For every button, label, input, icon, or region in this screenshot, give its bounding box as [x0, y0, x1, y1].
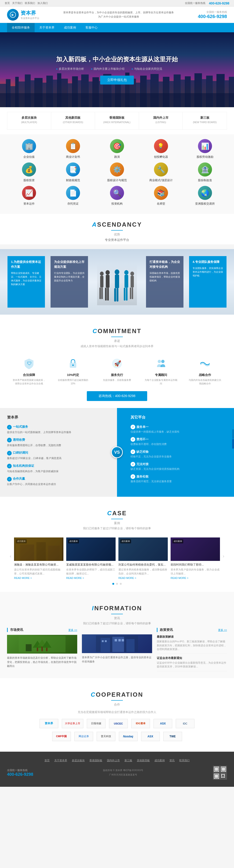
commitment-title-wrap: COMMITMENT 承诺 成就人资本市场规模性标准与一站式服务两者同步达到本界 [7, 322, 227, 351]
info-building-img [82, 634, 152, 653]
footer-link-new3[interactable]: 新三板 [125, 759, 132, 762]
icon-item-equity-design[interactable]: ⚙️ 股权设计与规范 [105, 162, 129, 182]
case-next-button[interactable]: › [220, 547, 227, 565]
vs-x-icon-4: ✗ [131, 462, 135, 467]
icon-item-asia-exchange[interactable]: 🌏 亚洲股权交易所 [193, 186, 217, 206]
nav-item-about[interactable]: 关于资本界 [35, 23, 59, 32]
coop-logo-dahua: 大华证券上市 [62, 719, 83, 728]
case-prev-button[interactable]: ‹ [7, 547, 14, 565]
ascendancy-divider [111, 230, 123, 230]
topbar-link-contact[interactable]: 联系我们 [25, 1, 35, 5]
biz-model-label: 商业模式/顶层设计 [149, 178, 172, 182]
icon-item-bizplan[interactable]: 📋 商业计划书 [61, 139, 85, 159]
footer-link-other[interactable]: 其他新四板 [137, 759, 150, 762]
footer-copyright-line: 版权所有 © 资本界 粤ICP备XXXXXX号 [103, 769, 143, 772]
case-card-3[interactable]: 成功案例 刘某公司如何将税收优化委托，落实... 通过资本界的税务规划服务，成功… [119, 537, 168, 580]
hero-cta-button[interactable]: 立即申领礼包 [100, 75, 134, 85]
icon-item-roadshow[interactable]: 🎯 路演 [105, 139, 129, 159]
icon-item-tax[interactable]: 📑 财政税规范 [61, 162, 85, 182]
footer-link-multilayer[interactable]: 多层次板块 [72, 759, 85, 762]
equity-incentive-label: 股权劳动激励 [197, 155, 213, 159]
icon-item-biz-model[interactable]: 🔧 商业模式/顶层设计 [149, 162, 173, 182]
vs-x-icon-5: ✗ [131, 474, 135, 479]
corp-reform-icon: 🏦 [198, 162, 212, 177]
topbar-link-about[interactable]: 关于我们 [12, 1, 23, 5]
icon-item-equity-invest[interactable]: 💰 股权投资 [17, 162, 41, 182]
case-subtitle: 我们已经服务了超过1700家企业，请听每个独特的故事 [7, 526, 227, 530]
case-card-2[interactable]: 成功案例 某威集团某某某股份有限公司融资额... 在资本界专业团队的帮助下，成功… [66, 537, 115, 580]
footer-link-hk[interactable]: 香港国际板 [89, 759, 102, 762]
vs-right-item-1: ✗ 服务单一 仅提供单一的股权或上市服务，缺乏全面性 [131, 425, 227, 434]
footer-link-home[interactable]: 首页 [44, 759, 49, 762]
footer-link-contact[interactable]: 联系我们 [179, 759, 190, 762]
footer-link-case[interactable]: 成功案例 [155, 759, 165, 762]
icon-item-equity-incentive[interactable]: 📊 股权劳动激励 [193, 139, 217, 159]
nav-item-case[interactable]: 成功案例 [59, 23, 81, 32]
vs-check-icon-1: ✓ [7, 425, 12, 430]
platform-card-3: 打通资本链条，为企业对接专业机构 深度融合资本市场，连接优质投融资项目，帮助企业… [146, 256, 183, 308]
vs-right-desc-3: 经验不足，无法为企业提供专业服务 [131, 455, 227, 458]
header-phone-number[interactable]: 400-626-9298 [198, 14, 227, 19]
svg-rect-110 [224, 777, 225, 778]
svg-rect-103 [221, 774, 222, 775]
footer-link-about[interactable]: 关于资本界 [54, 759, 67, 762]
footer-link-info[interactable]: 资讯 [169, 759, 174, 762]
case-dot-1[interactable] [112, 583, 114, 585]
case-read-4[interactable]: READ MORE > [171, 577, 220, 579]
nav-item-service[interactable]: 全程陪伴服务 [7, 23, 35, 32]
info-policy-more[interactable]: 更多 >> [218, 628, 227, 632]
icon-item-corp-reform[interactable]: 🏦 股份制改造 [193, 162, 217, 182]
roadshow-label: 路演 [114, 155, 120, 159]
svg-text:🚀: 🚀 [114, 360, 121, 367]
info-policy-title: 政策资讯 [157, 628, 173, 632]
commitment-section: COMMITMENT 承诺 成就人资本市场规模性标准与一站式服务两者同步达到本界… [0, 315, 234, 408]
vs-right-panel: 其它平台 ✗ 服务单一 仅提供单一的股权或上市服务，缺乏全面性 ✗ 费用不一 收… [124, 408, 234, 497]
info-market-more[interactable]: 更多 >> [68, 628, 77, 632]
topbar-phone[interactable]: 400-626-9298 [209, 1, 229, 5]
svg-rect-104 [223, 774, 224, 775]
hero-banner: 加入新四板，中小企业的资本生源从这里开始 多层次资本市场分析 国内外主要上市板块… [0, 32, 234, 107]
logo[interactable]: 资 资本界 专业资本运作平台 [7, 9, 39, 21]
topbar-link-join[interactable]: 加入我们 [37, 1, 48, 5]
commitment-shield-icon: 🛡 [22, 356, 36, 371]
logo-main-text: 资本界 [21, 9, 39, 17]
info-right-title-1: 最新政策解读 [157, 635, 227, 639]
footer-link-listing[interactable]: 国内外上市 [107, 759, 120, 762]
svg-rect-105 [224, 774, 225, 775]
incubator-label: 创投孵化器 [154, 155, 168, 159]
vs-right-label-3: 缺乏经验 [136, 450, 148, 454]
icon-item-masters[interactable]: 📚 名师堂 [149, 186, 173, 206]
icon-item-capital-op[interactable]: 📈 资本运作 [17, 186, 41, 206]
service-col-listing: 国内外上市 (LISTING) [139, 112, 183, 129]
equity-incentive-icon: 📊 [198, 139, 212, 153]
icon-item-incubator[interactable]: 💡 创投孵化器 [149, 139, 173, 159]
case-card-1[interactable]: 成功案例 湘魅县：湘魅县某某有限公司融资... 该公司在资本界的协助下成功完成股… [14, 537, 63, 580]
svg-rect-108 [221, 777, 222, 778]
case-read-3[interactable]: READ MORE > [119, 577, 168, 579]
footer-phone-number[interactable]: 400-626-9298 [7, 772, 33, 777]
svg-point-74 [161, 360, 165, 363]
svg-rect-58 [114, 288, 116, 302]
commitment-item-partner: 战略合作 与国内外知名投融资机构建立长期战略合作 [189, 356, 221, 385]
logo-text: 资本界 专业资本运作平台 [21, 9, 39, 20]
svg-rect-89 [112, 637, 124, 652]
main-nav: 全程陪伴服务 关于资本界 成功案例 客服中心 [0, 23, 234, 32]
case-dot-3[interactable] [120, 583, 122, 585]
case-dot-2[interactable] [116, 583, 118, 585]
icon-item-valuation[interactable]: 🏢 企业估值 [17, 139, 41, 159]
svg-rect-95 [122, 639, 124, 642]
icon-item-depository[interactable]: 📄 存托凭证 [61, 186, 85, 206]
service-col-new3: 新三板 (NEW THIRD BOARD) [183, 112, 227, 129]
case-card-4[interactable]: 成功案例 前段时间我们帮助了那些... 资本界为客户提供的专业服务，助力企业成功… [171, 537, 220, 580]
commitment-hotline-button[interactable]: 咨询热线：400-626-9298 [87, 391, 147, 401]
capital-op-icon: 📈 [22, 186, 36, 200]
case-read-2[interactable]: READ MORE > [66, 577, 115, 579]
topbar-link-home[interactable]: 首页 [5, 1, 10, 5]
commitment-lock-icon [66, 356, 80, 371]
case-read-1[interactable]: READ MORE > [14, 577, 63, 579]
svg-rect-63 [126, 288, 128, 301]
cooperation-en-title: COOPERATION [7, 691, 227, 698]
nav-item-support[interactable]: 客服中心 [81, 23, 102, 32]
svg-point-56 [115, 270, 119, 275]
icon-item-investment-org[interactable]: 🔍 投资机构 [105, 186, 129, 206]
